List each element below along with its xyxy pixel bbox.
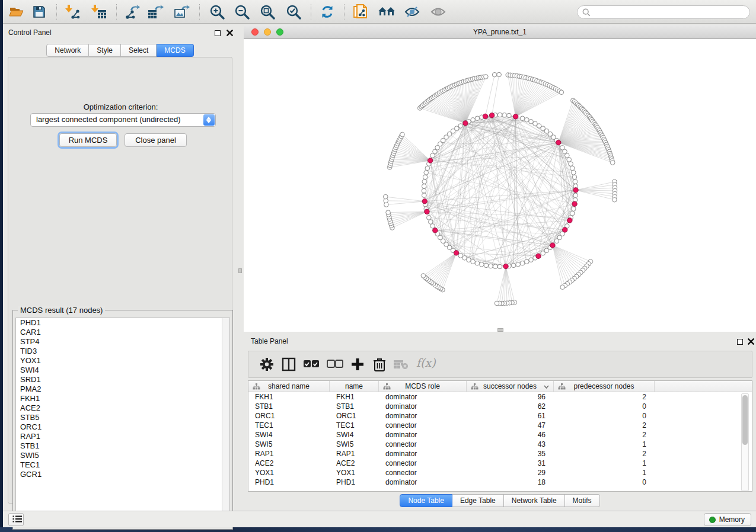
zoom-fit-button[interactable] — [259, 3, 276, 21]
select-all-columns-button[interactable] — [302, 356, 320, 374]
zoom-selected-button[interactable] — [285, 3, 302, 21]
show-columns-button[interactable] — [280, 356, 298, 374]
mcds-result-list[interactable]: PHD1CAR1STP4TID3YOX1SWI4SRD1PMA2FKH1ACE2… — [15, 318, 230, 527]
optimization-criterion-select[interactable]: largest connected component (undirected) — [30, 113, 216, 127]
checked-boxes-icon — [303, 360, 320, 369]
table-row[interactable]: SWI4SWI4dominator462 — [248, 430, 752, 440]
delete-column-button[interactable] — [371, 356, 388, 374]
close-panel-button[interactable]: Close panel — [125, 133, 187, 147]
tab-network[interactable]: Network — [46, 44, 89, 57]
import-network-button[interactable] — [64, 3, 82, 21]
tab-style[interactable]: Style — [89, 44, 121, 57]
table-cell: SWI5 — [248, 440, 330, 449]
column-header-successor-nodes[interactable]: successor nodes — [467, 381, 554, 392]
mcds-list-scrollbar[interactable] — [222, 318, 229, 526]
run-mcds-button[interactable]: Run MCDS — [59, 133, 117, 147]
screen: Control Panel Optimization criterion: la… — [0, 0, 756, 532]
mcds-result-item[interactable]: TEC1 — [16, 460, 229, 470]
table-row[interactable]: YOX1YOX1connector291 — [248, 468, 752, 477]
column-header-name[interactable]: name — [330, 381, 379, 392]
mcds-result-item[interactable]: GCR1 — [16, 470, 229, 479]
open-file-button[interactable] — [8, 3, 25, 21]
import-table-button[interactable] — [90, 3, 108, 21]
refresh-view-button[interactable] — [318, 3, 336, 21]
mcds-tab-content: Optimization criterion: largest connecte… — [8, 57, 232, 504]
mcds-result-item[interactable]: FKH1 — [16, 394, 229, 403]
unchecked-boxes-icon — [327, 360, 343, 369]
tab-select[interactable]: Select — [121, 44, 157, 57]
function-builder-button[interactable]: f(x) — [416, 356, 436, 369]
export-image-button[interactable] — [173, 3, 191, 21]
float-panel-icon[interactable] — [737, 339, 743, 345]
close-panel-icon[interactable] — [227, 30, 233, 36]
tab-network-table[interactable]: Network Table — [504, 494, 565, 507]
splitter-handle[interactable] — [238, 268, 242, 273]
table-row[interactable]: ACE2ACE2connector311 — [248, 459, 752, 468]
zoom-in-button[interactable] — [208, 3, 226, 21]
task-history-button[interactable] — [8, 513, 24, 526]
table-cell: 35 — [467, 449, 554, 459]
unselect-all-columns-button[interactable] — [326, 356, 344, 374]
column-header-predecessor-nodes[interactable]: predecessor nodes — [554, 381, 655, 392]
tab-node-table[interactable]: Node Table — [400, 494, 452, 507]
control-panel-tabs: Network Style Select MCDS — [3, 44, 237, 57]
mcds-result-item[interactable]: PMA2 — [16, 384, 229, 394]
network-graph[interactable] — [244, 39, 756, 332]
tab-motifs[interactable]: Motifs — [565, 494, 600, 507]
table-scrollbar-thumb[interactable] — [742, 395, 748, 445]
network-file-button[interactable] — [352, 3, 369, 21]
delete-table-icon — [393, 359, 409, 370]
table-row[interactable]: PHD1PHD1dominator180 — [248, 477, 752, 487]
mcds-result-item[interactable]: STP4 — [16, 337, 229, 347]
eye-slash-icon — [404, 5, 420, 19]
table-row[interactable]: RAP1RAP1dominator352 — [248, 449, 752, 459]
column-header-MCDS-role[interactable]: MCDS role — [379, 381, 467, 392]
show-annotations-button[interactable] — [429, 3, 447, 21]
zoom-selected-icon — [286, 4, 301, 20]
search-field[interactable] — [577, 5, 750, 19]
save-session-button[interactable] — [30, 3, 48, 21]
table-row[interactable]: ORC1ORC1dominator610 — [248, 411, 752, 421]
table-cell: dominator — [379, 449, 467, 459]
table-row[interactable]: SWI5SWI5connector431 — [248, 440, 752, 449]
create-column-button[interactable] — [349, 356, 366, 374]
network-window-titlebar[interactable]: YPA_prune.txt_1 — [244, 25, 756, 39]
delete-table-button[interactable] — [392, 356, 410, 374]
network-canvas[interactable] — [244, 39, 756, 332]
close-panel-icon[interactable] — [748, 338, 754, 345]
table-row[interactable]: TEC1TEC1connector472 — [248, 421, 752, 430]
column-header-shared-name[interactable]: shared name — [248, 381, 330, 392]
mcds-result-item[interactable]: ORC1 — [16, 422, 229, 432]
column-header-label: successor nodes — [467, 381, 553, 392]
save-icon — [32, 5, 46, 19]
table-row[interactable]: STB1STB1dominator620 — [248, 402, 752, 411]
mcds-result-item[interactable]: YOX1 — [16, 356, 229, 366]
mcds-result-item[interactable]: PHD1 — [16, 318, 229, 328]
table-row[interactable]: FKH1FKH1dominator962 — [248, 392, 752, 402]
tab-mcds[interactable]: MCDS — [157, 44, 193, 57]
mcds-result-item[interactable]: TID3 — [16, 347, 229, 356]
tab-edge-table[interactable]: Edge Table — [452, 494, 504, 507]
export-network-button[interactable] — [123, 3, 141, 21]
export-table-icon — [148, 4, 164, 20]
export-table-button[interactable] — [147, 3, 165, 21]
control-panel-title: Control Panel — [8, 28, 52, 37]
panel-splitter[interactable] — [237, 24, 244, 511]
table-scrollbar[interactable] — [741, 393, 749, 491]
mcds-result-item[interactable]: RAP1 — [16, 432, 229, 441]
mcds-result-item[interactable]: ACE2 — [16, 403, 229, 413]
table-settings-button[interactable] — [258, 356, 276, 374]
mcds-result-item[interactable]: SWI4 — [16, 366, 229, 375]
search-input[interactable] — [594, 8, 745, 17]
memory-button[interactable]: Memory — [704, 513, 751, 526]
mcds-result-item[interactable]: SWI5 — [16, 451, 229, 460]
mcds-result-item[interactable]: CAR1 — [16, 328, 229, 337]
mcds-result-item[interactable]: STB1 — [16, 441, 229, 451]
hide-annotations-button[interactable] — [403, 3, 421, 21]
float-panel-icon[interactable] — [215, 30, 221, 36]
table-cell: 29 — [467, 468, 554, 477]
mcds-result-item[interactable]: STB5 — [16, 413, 229, 422]
home-networks-button[interactable] — [377, 3, 395, 21]
zoom-out-button[interactable] — [233, 3, 251, 21]
mcds-result-item[interactable]: SRD1 — [16, 375, 229, 384]
